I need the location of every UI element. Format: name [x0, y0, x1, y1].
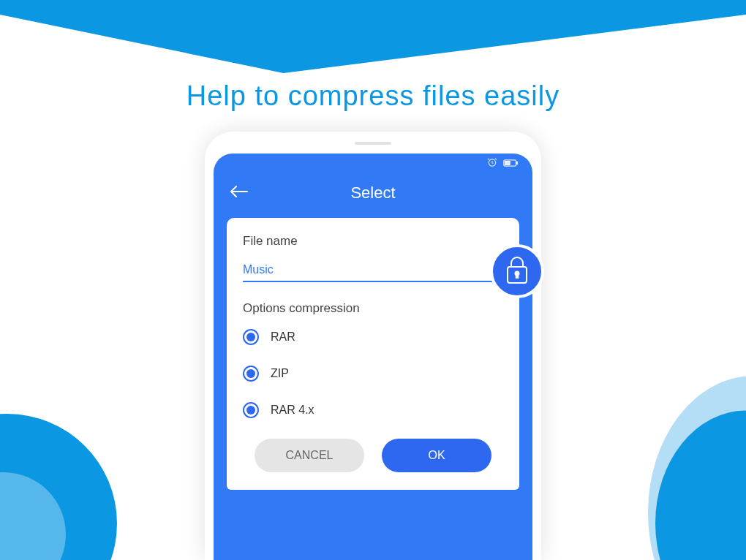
- radio-icon: [243, 329, 259, 345]
- decorative-wave-top: [0, 0, 746, 73]
- lock-icon: [505, 255, 530, 287]
- radio-icon: [243, 366, 259, 382]
- phone-frame: Select File name Options compression RAR: [205, 132, 541, 560]
- option-rar4x[interactable]: RAR 4.x: [243, 402, 503, 418]
- svg-rect-2: [516, 162, 518, 164]
- dialog-buttons: CANCEL OK: [243, 439, 503, 472]
- lock-button[interactable]: [490, 244, 544, 298]
- file-name-input[interactable]: [243, 260, 503, 282]
- back-arrow-icon[interactable]: [230, 183, 249, 203]
- status-bar: [214, 154, 532, 174]
- options-label: Options compression: [243, 301, 503, 316]
- option-label: RAR: [271, 330, 295, 344]
- alarm-icon: [487, 157, 497, 170]
- app-bar-title: Select: [350, 183, 395, 203]
- option-rar[interactable]: RAR: [243, 329, 503, 345]
- compress-dialog: File name Options compression RAR ZIP RA…: [227, 218, 519, 490]
- app-bar: Select: [214, 174, 532, 212]
- cancel-button[interactable]: CANCEL: [255, 439, 364, 472]
- svg-rect-6: [516, 274, 518, 278]
- option-label: RAR 4.x: [271, 404, 314, 417]
- radio-icon: [243, 402, 259, 418]
- phone-screen: Select File name Options compression RAR: [214, 154, 532, 560]
- ok-button[interactable]: OK: [382, 439, 491, 472]
- file-name-label: File name: [243, 234, 503, 249]
- svg-rect-3: [505, 162, 510, 165]
- phone-speaker: [355, 142, 391, 145]
- option-zip[interactable]: ZIP: [243, 366, 503, 382]
- option-label: ZIP: [271, 367, 289, 380]
- page-title: Help to compress files easily: [0, 80, 746, 112]
- battery-icon: [503, 157, 518, 170]
- phone-mockup: Select File name Options compression RAR: [205, 132, 541, 560]
